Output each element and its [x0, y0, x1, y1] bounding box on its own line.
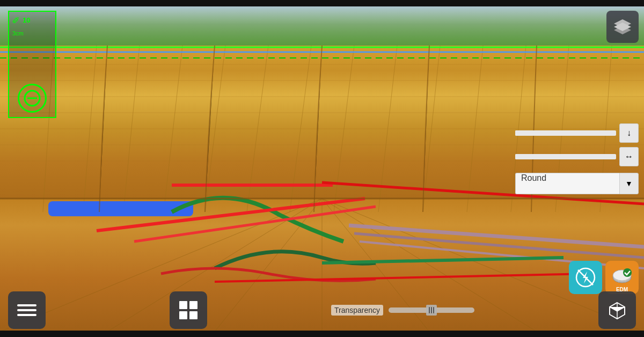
dropdown-row: Round ▼: [515, 173, 639, 194]
right-panel: ↓ ↔ Round ▼: [515, 123, 639, 194]
edm-icon: [612, 267, 632, 288]
slider-row-1: ↓: [515, 123, 639, 143]
menu-button[interactable]: [8, 291, 46, 329]
grid-button[interactable]: [170, 291, 207, 329]
right-action-icons: EDM: [569, 261, 639, 294]
slider-track-2[interactable]: [515, 154, 616, 159]
svg-rect-46: [17, 314, 36, 316]
bottom-icons-bar: Transparency: [0, 291, 644, 329]
measure-value: 10: [23, 16, 30, 24]
svg-rect-49: [179, 311, 187, 319]
measure-cancel-btn[interactable]: [18, 84, 47, 113]
pencil-icon: ✏: [9, 13, 23, 27]
grid-icon: [179, 301, 198, 320]
svg-rect-50: [189, 311, 197, 319]
slider-fill-2: [515, 154, 596, 159]
transparency-label: Transparency: [331, 305, 383, 316]
hamburger-icon: [17, 301, 36, 320]
slider-track-1[interactable]: [515, 130, 616, 136]
slider-row-2: ↔: [515, 147, 639, 166]
slider-btn-2[interactable]: ↔: [619, 147, 639, 166]
svg-rect-51: [429, 307, 430, 313]
svg-rect-53: [433, 307, 434, 313]
cube-button[interactable]: [598, 291, 636, 329]
cancel-circle-icon[interactable]: [18, 84, 47, 113]
svg-rect-52: [431, 307, 432, 313]
measure-tool-box[interactable]: ✏ 10 3cm: [8, 11, 56, 118]
cube-icon: [608, 301, 627, 320]
svg-rect-45: [17, 309, 36, 311]
dropdown-arrow-btn[interactable]: ▼: [619, 173, 639, 194]
svg-rect-48: [189, 301, 197, 309]
shape-dropdown[interactable]: Round: [515, 173, 619, 194]
no-flash-btn[interactable]: [569, 261, 602, 294]
down-arrow-icon: ↓: [627, 128, 631, 138]
center-controls: [170, 291, 207, 329]
horizontal-arrow-icon: ↔: [625, 152, 633, 162]
transparency-handle[interactable]: [426, 305, 437, 316]
slider-btn-1[interactable]: ↓: [619, 123, 639, 143]
no-flash-icon: [575, 267, 596, 288]
svg-rect-47: [179, 301, 187, 309]
transparency-slider[interactable]: [389, 307, 474, 313]
edm-btn[interactable]: EDM: [605, 261, 639, 294]
slider-grip-icon: [428, 306, 435, 314]
chevron-down-icon: ▼: [625, 179, 633, 188]
slider-fill-1: [515, 130, 576, 136]
measure-top: ✏ 10: [9, 12, 55, 28]
measure-cm-value: 3cm: [12, 30, 24, 36]
transparency-area: Transparency: [331, 305, 474, 316]
layers-button[interactable]: [606, 11, 639, 43]
svg-rect-44: [17, 304, 36, 306]
layers-icon: [612, 16, 633, 38]
